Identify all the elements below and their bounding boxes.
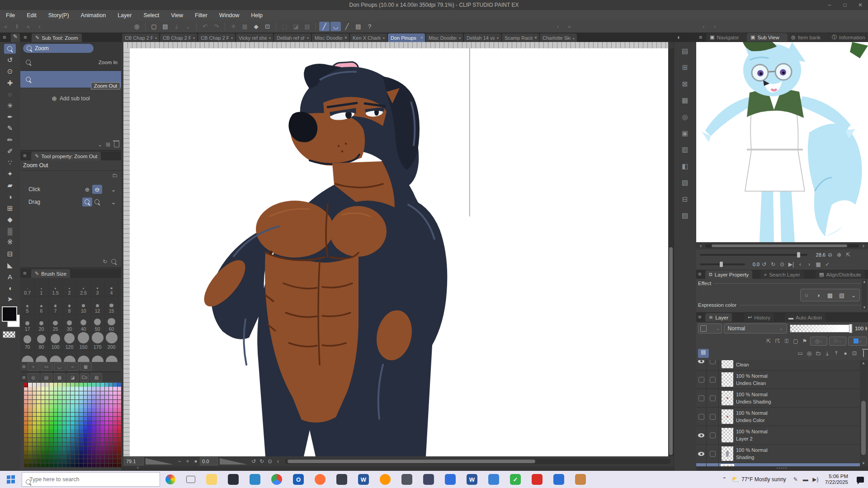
color-swatch[interactable] xyxy=(37,434,40,438)
taskbar-app-word-2[interactable]: W xyxy=(467,474,477,485)
color-swatch[interactable] xyxy=(24,404,28,408)
color-swatch[interactable] xyxy=(118,391,121,395)
tab-search-layer[interactable]: ⌕Search Layer xyxy=(760,270,804,279)
color-swatch[interactable] xyxy=(92,455,95,459)
drag-zoom-button[interactable] xyxy=(82,197,92,206)
color-swatch[interactable] xyxy=(45,408,49,412)
taskbar-app-discord[interactable] xyxy=(423,474,434,485)
color-swatch[interactable] xyxy=(41,438,45,442)
color-swatch[interactable] xyxy=(92,434,95,438)
color-swatch[interactable] xyxy=(66,434,70,438)
menu-item-storyp[interactable]: Story(P) xyxy=(42,10,75,20)
color-swatch[interactable] xyxy=(100,400,104,404)
taskbar-app-todo[interactable]: ✓ xyxy=(510,474,521,485)
color-swatch[interactable] xyxy=(118,413,121,417)
palette-color-dropdown[interactable]: ⌄ xyxy=(698,324,722,333)
color-swatch[interactable] xyxy=(100,442,104,446)
color-swatch[interactable] xyxy=(28,429,32,433)
color-swatch[interactable] xyxy=(28,434,32,438)
new-document-icon[interactable]: ▢ xyxy=(149,22,159,31)
brush-shape-grid-icon[interactable]: ▦ xyxy=(80,362,92,371)
brush-size-15[interactable]: 15 xyxy=(104,296,119,314)
panel-lens-icon[interactable]: ◎ xyxy=(679,112,691,122)
color-swatch[interactable] xyxy=(45,383,49,387)
canvas-vertical-scrollbar[interactable] xyxy=(668,48,674,456)
color-swatch[interactable] xyxy=(100,455,104,459)
color-swatch[interactable] xyxy=(113,387,117,391)
color-swatch[interactable] xyxy=(75,425,79,429)
tool-panel-menu-icon[interactable]: ≡ xyxy=(3,34,6,41)
menu-item-view[interactable]: View xyxy=(165,10,189,20)
panel-grid-icon[interactable]: ⊞ xyxy=(679,62,691,73)
color-swatch[interactable] xyxy=(84,417,87,421)
color-swatch[interactable] xyxy=(84,413,87,417)
color-swatch[interactable] xyxy=(41,450,45,455)
color-swatch[interactable] xyxy=(58,404,61,408)
brush-size-17[interactable]: 17 xyxy=(20,314,35,333)
minimize-button[interactable]: – xyxy=(822,0,837,10)
color-swatch[interactable] xyxy=(71,387,74,391)
color-swatch[interactable] xyxy=(54,383,57,387)
sub-view-image[interactable] xyxy=(696,42,868,242)
color-swatch[interactable] xyxy=(75,400,79,404)
color-swatch[interactable] xyxy=(66,442,70,446)
color-swatch[interactable] xyxy=(88,400,91,404)
color-swatch[interactable] xyxy=(41,455,45,459)
color-swatch[interactable] xyxy=(100,450,104,455)
color-swatch[interactable] xyxy=(24,417,28,421)
color-swatch[interactable] xyxy=(45,425,49,429)
reference-layer-dropdown[interactable]: ⚐⌄ xyxy=(829,337,846,346)
color-swatch[interactable] xyxy=(113,429,117,433)
color-swatch[interactable] xyxy=(41,464,45,468)
layer-list-scrollbar[interactable]: ▲ ▼ xyxy=(860,360,867,466)
color-swatch[interactable] xyxy=(24,421,28,425)
color-swatch[interactable] xyxy=(28,438,32,442)
color-swatch[interactable] xyxy=(24,459,28,463)
layer-thumbnail[interactable] xyxy=(722,372,733,387)
menu-item-file[interactable]: File xyxy=(0,10,21,20)
color-swatch[interactable] xyxy=(49,387,53,391)
merge-down-icon[interactable]: ⤒ xyxy=(832,350,841,357)
set-as-draft-icon[interactable]: ⚑ xyxy=(800,338,809,344)
save-settings-icon[interactable]: ⌄ xyxy=(96,141,104,148)
color-swatch[interactable] xyxy=(66,387,70,391)
color-swatch[interactable] xyxy=(71,438,74,442)
color-history-tab-icon[interactable]: ▧ xyxy=(90,373,102,382)
operation-tool-icon[interactable]: ⊙ xyxy=(4,66,16,76)
color-swatch[interactable] xyxy=(66,408,70,412)
color-swatch[interactable] xyxy=(88,391,91,395)
color-swatch[interactable] xyxy=(41,459,45,463)
color-swatch[interactable] xyxy=(54,421,57,425)
color-swatch[interactable] xyxy=(66,438,70,442)
color-swatch[interactable] xyxy=(49,395,53,399)
color-swatch[interactable] xyxy=(54,408,57,412)
color-swatch[interactable] xyxy=(58,395,61,399)
color-swatch[interactable] xyxy=(92,383,95,387)
brush-size-large[interactable] xyxy=(48,350,63,362)
layer-visibility-cell[interactable] xyxy=(696,408,707,426)
brush-footer-menu-icon[interactable]: ≡ xyxy=(22,363,26,370)
menu-item-layer[interactable]: Layer xyxy=(112,10,137,20)
color-swatch[interactable] xyxy=(84,446,87,450)
next-image-icon[interactable]: › xyxy=(805,261,814,267)
pen-tray-icon[interactable]: ✎ xyxy=(791,476,801,483)
color-swatch[interactable] xyxy=(58,400,61,404)
color-swatch[interactable] xyxy=(113,464,117,468)
color-swatch[interactable] xyxy=(28,417,32,421)
color-swatch[interactable] xyxy=(96,450,100,455)
brush-size-200[interactable]: 200 xyxy=(104,332,119,351)
panel-arrow-right-icon[interactable]: » xyxy=(564,22,575,31)
color-swatch[interactable] xyxy=(54,417,57,421)
tab-brush-size[interactable]: ✎ Brush Size xyxy=(31,269,70,278)
document-tab-8[interactable]: Misc Doodles in● xyxy=(426,33,463,42)
color-swatch[interactable] xyxy=(105,417,108,421)
color-swatch[interactable] xyxy=(88,464,91,468)
color-swatch[interactable] xyxy=(118,446,121,450)
color-swatch[interactable] xyxy=(62,395,66,399)
color-swatch[interactable] xyxy=(105,455,108,459)
create-mask-icon[interactable]: ● xyxy=(841,350,850,357)
color-swatch[interactable] xyxy=(24,383,28,387)
color-swatch[interactable] xyxy=(92,404,95,408)
layer-row-undies-clean[interactable]: 100 % NormalUndies Clean xyxy=(696,371,860,389)
color-swatch[interactable] xyxy=(75,383,79,387)
